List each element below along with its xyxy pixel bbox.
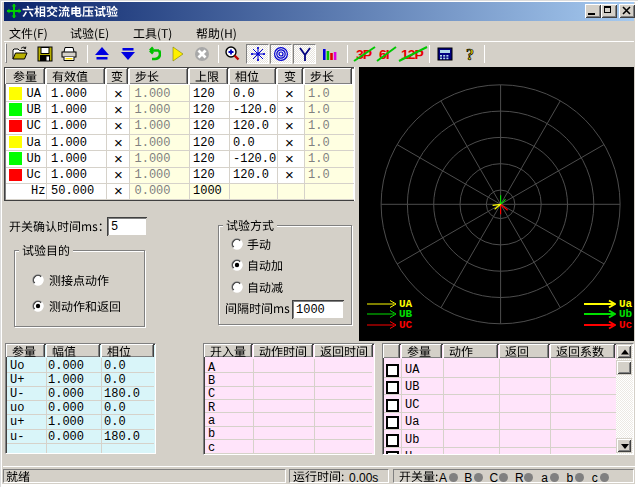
svg-text:?: ? [466, 46, 474, 62]
